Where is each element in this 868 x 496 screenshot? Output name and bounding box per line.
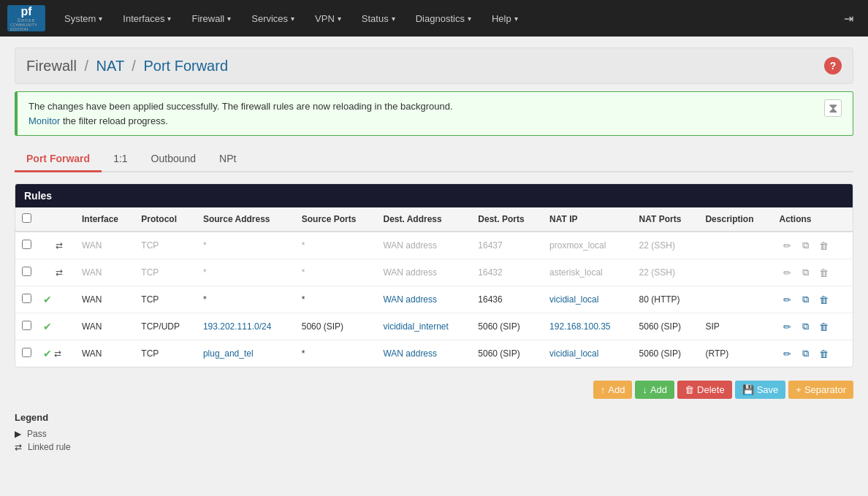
legend-pass-label: Pass <box>27 429 47 439</box>
nav-interfaces[interactable]: Interfaces ▾ <box>114 0 180 37</box>
dest-ports-cell: 16437 <box>472 232 544 259</box>
add-bottom-button[interactable]: ↓ Add <box>635 381 674 399</box>
nav-help[interactable]: Help ▾ <box>483 0 527 37</box>
col-actions: Actions <box>774 207 853 232</box>
edit-button[interactable]: ✏ <box>780 291 796 308</box>
alert-banner: The changes have been applied successful… <box>15 91 853 136</box>
dest-ports-cell: 5060 (SIP) <box>472 313 544 340</box>
row-3-checkbox[interactable] <box>22 321 31 330</box>
description-cell: (RTP) <box>699 340 773 367</box>
copy-button[interactable]: ⧉ <box>798 264 814 281</box>
description-cell <box>699 232 773 259</box>
hourglass-icon: ⧗ <box>829 102 838 115</box>
breadcrumb: Firewall / NAT / Port Forward <box>26 58 228 75</box>
dest-ports-cell: 16432 <box>472 259 544 286</box>
nat-ip-cell: vicidial_local <box>544 286 633 313</box>
col-source-ports: Source Ports <box>296 207 378 232</box>
help-button[interactable]: ? <box>824 57 842 75</box>
row-status-cell: ✔⇄ <box>37 340 76 367</box>
tab-npt[interactable]: NPt <box>208 147 248 172</box>
copy-button[interactable]: ⧉ <box>798 346 814 362</box>
arrow-up-icon: ↑ <box>601 384 606 395</box>
row-checkbox-cell <box>15 340 37 367</box>
dest-address-cell-link[interactable]: vicididal_internet <box>383 321 448 332</box>
row-4-checkbox[interactable] <box>22 348 31 357</box>
navbar: pf Sense COMMUNITY EDITION System ▾ Inte… <box>0 0 868 37</box>
nav-services[interactable]: Services ▾ <box>243 0 303 37</box>
legend-title: Legend <box>15 412 853 423</box>
col-nat-ports: NAT Ports <box>633 207 700 232</box>
nat-ports-cell: 5060 (SIP) <box>633 340 700 367</box>
source-address-cell-link[interactable]: plug_and_tel <box>203 348 254 359</box>
enabled-check-icon[interactable]: ✔ <box>43 321 52 332</box>
row-checkbox-cell <box>15 313 37 340</box>
logout-button[interactable]: ⇥ <box>837 0 861 37</box>
source-ports-cell: * <box>296 340 378 367</box>
tab-1to1[interactable]: 1:1 <box>102 147 139 172</box>
floppy-icon: 💾 <box>742 384 754 395</box>
interface-cell: WAN <box>76 259 135 286</box>
chevron-down-icon: ▾ <box>167 15 171 23</box>
breadcrumb-portforward[interactable]: Port Forward <box>143 58 228 74</box>
delete-button[interactable]: 🗑 Delete <box>677 381 732 399</box>
nat-ip-cell-link[interactable]: vicidial_local <box>549 294 598 305</box>
dest-address-cell: WAN address <box>377 232 472 259</box>
linked-shuffle-icon[interactable]: ⇄ <box>54 348 61 359</box>
col-checkbox <box>15 207 37 232</box>
edit-button[interactable]: ✏ <box>780 264 796 281</box>
nav-vpn[interactable]: VPN ▾ <box>306 0 350 37</box>
delete-row-button[interactable]: 🗑 <box>816 237 832 253</box>
tab-port-forward[interactable]: Port Forward <box>15 147 102 172</box>
chevron-down-icon: ▾ <box>468 15 471 23</box>
nav-status[interactable]: Status ▾ <box>353 0 404 37</box>
col-dest-address: Dest. Address <box>377 207 472 232</box>
linked-icon: ⇄ <box>15 442 22 452</box>
breadcrumb-nat[interactable]: NAT <box>96 58 124 74</box>
nat-ip-cell-link[interactable]: vicidial_local <box>549 348 598 359</box>
description-cell <box>699 259 773 286</box>
enabled-check-icon[interactable]: ✔ <box>43 348 52 359</box>
edit-button[interactable]: ✏ <box>780 318 796 335</box>
alert-monitor-link[interactable]: Monitor <box>28 115 60 126</box>
dest-address-cell: WAN address <box>377 286 472 313</box>
add-top-button[interactable]: ↑ Add <box>593 381 633 399</box>
source-address-cell: 193.202.111.0/24 <box>197 313 296 340</box>
copy-button[interactable]: ⧉ <box>798 318 814 335</box>
row-0-checkbox[interactable] <box>22 240 31 249</box>
actions-cell: ✏⧉🗑 <box>774 232 853 259</box>
nat-ports-cell: 22 (SSH) <box>633 232 700 259</box>
separator-button[interactable]: + Separator <box>788 381 853 399</box>
row-2-checkbox[interactable] <box>22 294 31 303</box>
row-1-checkbox[interactable] <box>22 267 31 276</box>
table-header-row: Interface Protocol Source Address Source… <box>15 207 853 232</box>
source-address-cell: * <box>197 232 296 259</box>
table-row: ✔WANTCP**WAN address16436vicidial_local8… <box>15 286 853 313</box>
dest-address-cell-link[interactable]: WAN address <box>383 294 437 305</box>
actions-cell: ✏⧉🗑 <box>774 313 853 340</box>
dest-address-cell-link[interactable]: WAN address <box>383 348 437 359</box>
delete-row-button[interactable]: 🗑 <box>816 291 832 308</box>
row-checkbox-cell <box>15 259 37 286</box>
linked-shuffle-icon[interactable]: ⇄ <box>56 240 63 251</box>
copy-button[interactable]: ⧉ <box>798 291 814 308</box>
delete-row-button[interactable]: 🗑 <box>816 264 832 281</box>
edit-button[interactable]: ✏ <box>780 237 796 253</box>
brand-logo[interactable]: pf Sense COMMUNITY EDITION <box>7 5 45 31</box>
table-row: ✔WANTCP/UDP193.202.111.0/245060 (SIP)vic… <box>15 313 853 340</box>
linked-shuffle-icon[interactable]: ⇄ <box>56 267 63 278</box>
nav-firewall[interactable]: Firewall ▾ <box>183 0 240 37</box>
nav-diagnostics[interactable]: Diagnostics ▾ <box>407 0 480 37</box>
alert-dismiss-button[interactable]: ⧗ <box>824 99 842 117</box>
tab-outbound[interactable]: Outbound <box>140 147 208 172</box>
nat-ip-cell-link[interactable]: 192.168.100.35 <box>549 321 610 332</box>
delete-row-button[interactable]: 🗑 <box>816 346 832 362</box>
source-address-cell-link[interactable]: 193.202.111.0/24 <box>203 321 271 332</box>
select-all-checkbox[interactable] <box>22 213 31 223</box>
delete-row-button[interactable]: 🗑 <box>816 318 832 335</box>
copy-button[interactable]: ⧉ <box>798 237 814 253</box>
save-button[interactable]: 💾 Save <box>735 381 786 399</box>
nat-ip-cell: 192.168.100.35 <box>544 313 633 340</box>
nav-system[interactable]: System ▾ <box>56 0 111 37</box>
edit-button[interactable]: ✏ <box>780 346 796 362</box>
enabled-check-icon[interactable]: ✔ <box>43 294 52 305</box>
